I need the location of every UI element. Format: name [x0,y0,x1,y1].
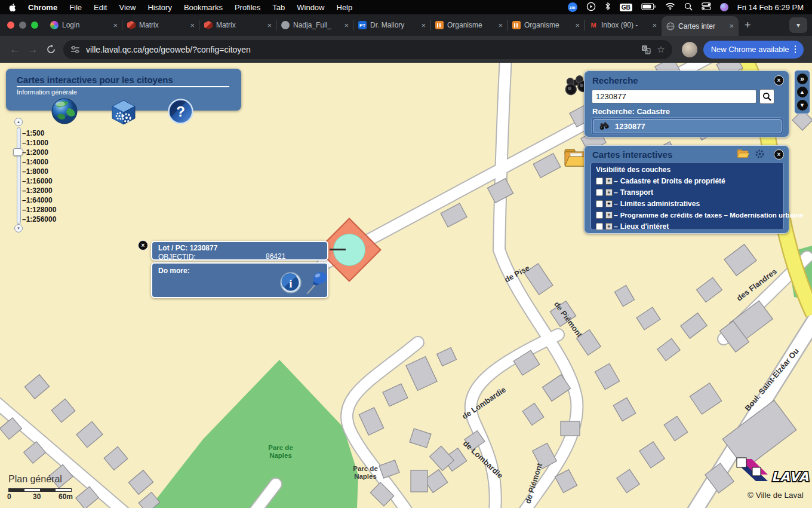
apple-icon[interactable] [8,3,16,12]
spotlight-icon[interactable] [684,2,693,13]
close-icon[interactable]: × [575,21,580,30]
globe-tool-icon[interactable] [50,96,79,127]
open-folder-icon[interactable] [736,148,749,161]
close-window-button[interactable] [7,22,14,29]
layer-checkbox[interactable] [596,223,603,230]
scale-option[interactable]: –1:32000 [22,186,56,195]
omnibox[interactable]: ville.laval.qc.ca/geo/geoweb/?config=cit… [63,40,672,59]
scale-option[interactable]: –1:64000 [22,195,56,205]
close-icon[interactable]: × [498,21,503,30]
menu-history[interactable]: History [147,3,171,12]
tab-search-button[interactable]: ▾ [789,17,807,33]
new-tab-button[interactable]: + [739,19,757,32]
pan-down-button[interactable]: ▼ [797,100,808,111]
scale-option[interactable]: –1:128000 [22,205,56,215]
layer-checkbox[interactable] [596,200,603,207]
popup-leader-line [330,249,346,250]
more-menu-icon[interactable] [795,45,796,53]
tab-matrix-2[interactable]: Matrix × [199,14,276,36]
map-viewport[interactable]: de Pise de Piémont de Piémont de Lombard… [0,63,812,508]
tools-cube-icon[interactable] [110,99,137,128]
expand-icon[interactable]: + [605,223,613,230]
control-center-icon[interactable] [702,2,711,12]
info-icon[interactable]: i [280,272,302,295]
close-icon[interactable]: × [652,21,657,30]
tab-organisme-2[interactable]: Organisme × [508,14,585,36]
wifi-icon[interactable] [665,2,675,12]
layers-panel-title: Cartes interactives [592,149,672,160]
menu-profiles[interactable]: Profiles [235,3,260,12]
tab-inbox[interactable]: M Inbox (90) - × [585,14,662,36]
layer-checkbox[interactable] [596,189,603,196]
panel-side-toolbar: » ▲ ▼ [794,70,810,114]
minimize-window-button[interactable] [19,22,26,29]
close-icon[interactable]: × [729,22,734,30]
expand-icon[interactable]: + [605,200,613,207]
scale-option[interactable]: –1:8000 [22,167,56,176]
settings-gear-icon[interactable] [755,149,765,161]
zoom-window-button[interactable] [31,22,38,29]
back-button[interactable]: ← [6,41,24,59]
expand-icon[interactable]: + [605,212,613,219]
siri-icon[interactable] [720,3,728,11]
tab-login[interactable]: Login × [45,14,122,36]
menu-tab[interactable]: Tab [272,3,285,12]
menu-bookmarks[interactable]: Bookmarks [184,3,223,12]
site-info-icon[interactable] [70,45,80,54]
play-icon[interactable] [586,2,596,13]
keyboard-layout-badge[interactable]: GB [620,4,632,11]
basemap-name[interactable]: Plan général [8,474,62,485]
close-icon[interactable]: × [344,21,349,30]
zoom-slider-track[interactable] [17,127,21,224]
bluetooth-icon[interactable] [605,2,611,13]
search-result-item[interactable]: 1230877 [593,119,782,133]
tab-nadja[interactable]: Nadja_Full_ × [276,14,353,36]
tab-cartes-active[interactable]: Cartes inter × [662,16,739,36]
menu-view[interactable]: View [119,3,136,12]
scale-option[interactable]: –1:500 [22,128,56,138]
tab-dr-mallory[interactable]: PT Dr. Mallory × [353,14,430,36]
close-icon[interactable]: × [774,149,784,160]
zoom-out-button[interactable]: ▼ [14,224,23,232]
tab-matrix-1[interactable]: Matrix × [122,14,199,36]
menu-help[interactable]: Help [337,3,353,12]
reload-button[interactable] [42,41,60,59]
expand-icon[interactable]: + [605,178,613,185]
pt-favicon: PT [358,21,367,29]
translate-icon[interactable]: Gあ [641,45,651,54]
scale-option[interactable]: –1:4000 [22,157,56,167]
menu-file[interactable]: File [69,3,82,12]
forward-button[interactable]: → [24,41,42,59]
menu-window[interactable]: Window [297,3,324,12]
close-icon[interactable]: × [190,21,195,30]
menubar-app-name[interactable]: Chrome [28,3,57,12]
menubar-clock[interactable]: Fri 14 Feb 6:29 PM [737,3,804,12]
chrome-tabstrip: Login × Matrix × Matrix × Nadja_Full_ × … [0,14,812,36]
scale-option[interactable]: –1:1000 [22,138,56,148]
close-icon[interactable]: × [113,21,118,30]
collapse-panels-button[interactable]: » [797,74,808,84]
zoom-app-icon[interactable]: zm [568,2,577,12]
scale-option[interactable]: –1:256000 [22,215,56,224]
url-text[interactable]: ville.laval.qc.ca/geo/geoweb/?config=cit… [86,45,635,54]
pushpin-icon[interactable] [303,268,329,298]
layer-checkbox[interactable] [596,212,603,219]
layer-checkbox[interactable] [596,178,603,185]
close-icon[interactable]: × [267,21,272,30]
pan-up-button[interactable]: ▲ [797,87,808,97]
close-icon[interactable]: × [421,21,426,30]
menu-edit[interactable]: Edit [94,3,107,12]
close-icon[interactable]: × [774,75,784,85]
zoom-in-button[interactable]: ▲ [14,118,23,126]
profile-avatar[interactable] [682,42,697,57]
scale-option[interactable]: –1:2000 [22,148,56,157]
tab-organisme-1[interactable]: Organisme × [430,14,508,36]
chrome-update-button[interactable]: New Chrome available [703,41,804,59]
bookmark-star-icon[interactable]: ☆ [657,44,665,55]
search-input[interactable] [592,90,756,103]
close-icon[interactable]: × [138,240,148,250]
scale-option[interactable]: –1:16000 [22,176,56,186]
help-icon[interactable]: ? [167,98,194,127]
search-button[interactable] [759,89,774,104]
expand-icon[interactable]: + [605,189,613,196]
